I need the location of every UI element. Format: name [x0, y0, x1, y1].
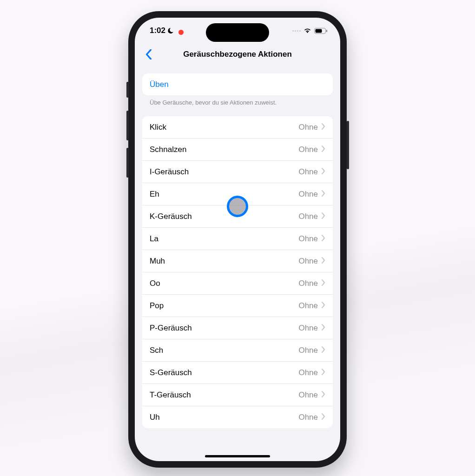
- phone-frame: 1:02: [128, 11, 347, 468]
- sound-name: T-Geräusch: [150, 390, 191, 400]
- sound-row[interactable]: P-GeräuschOhne: [142, 317, 333, 339]
- sound-row[interactable]: K-GeräuschOhne: [142, 205, 333, 227]
- chevron-right-icon: [322, 190, 325, 199]
- sound-row[interactable]: SchnalzenOhne: [142, 138, 333, 160]
- sound-name: Schnalzen: [150, 145, 186, 154]
- battery-icon: [314, 28, 327, 34]
- nav-bar: Geräuschbezogene Aktionen: [135, 44, 340, 65]
- sound-row[interactable]: EhOhne: [142, 183, 333, 205]
- chevron-right-icon: [322, 257, 325, 266]
- sound-value: Ohne: [298, 145, 318, 154]
- sound-row[interactable]: I-GeräuschOhne: [142, 160, 333, 183]
- sound-value: Ohne: [298, 301, 318, 311]
- chevron-right-icon: [322, 413, 325, 422]
- cellular-icon: [292, 30, 301, 32]
- dynamic-island: [206, 23, 269, 42]
- sound-name: La: [150, 234, 158, 244]
- sound-name: Pop: [150, 301, 164, 311]
- page-title: Geräuschbezogene Aktionen: [183, 50, 292, 59]
- back-button[interactable]: [139, 44, 158, 65]
- chevron-right-icon: [322, 301, 325, 311]
- sound-row[interactable]: PopOhne: [142, 294, 333, 317]
- sound-value: Ohne: [298, 279, 318, 288]
- sound-value: Ohne: [298, 257, 318, 266]
- chevron-right-icon: [322, 145, 325, 154]
- sound-row[interactable]: MuhOhne: [142, 250, 333, 272]
- practice-card: Üben: [142, 73, 333, 95]
- sound-name: Klick: [150, 123, 166, 132]
- sound-row[interactable]: UhOhne: [142, 406, 333, 428]
- sound-value: Ohne: [298, 167, 318, 177]
- sound-row[interactable]: KlickOhne: [142, 116, 333, 138]
- home-indicator[interactable]: [205, 455, 270, 457]
- sound-value: Ohne: [298, 234, 318, 244]
- sound-name: Eh: [150, 190, 159, 199]
- sound-row[interactable]: SchOhne: [142, 339, 333, 361]
- sound-name: I-Geräusch: [150, 167, 189, 177]
- wifi-icon: [303, 28, 311, 33]
- chevron-right-icon: [322, 123, 325, 132]
- practice-button[interactable]: Üben: [142, 73, 333, 95]
- sound-value: Ohne: [298, 190, 318, 199]
- sound-name: P-Geräusch: [150, 324, 192, 333]
- sound-name: Oo: [150, 279, 160, 288]
- chevron-right-icon: [322, 390, 325, 400]
- sound-name: Uh: [150, 413, 160, 422]
- sound-row[interactable]: LaOhne: [142, 227, 333, 250]
- sound-name: S-Geräusch: [150, 368, 192, 377]
- sound-value: Ohne: [298, 324, 318, 333]
- sound-row[interactable]: T-GeräuschOhne: [142, 383, 333, 406]
- chevron-right-icon: [322, 346, 325, 355]
- sound-row[interactable]: S-GeräuschOhne: [142, 361, 333, 383]
- sound-value: Ohne: [298, 212, 318, 221]
- sound-name: Muh: [150, 257, 165, 266]
- status-time: 1:02: [150, 26, 165, 35]
- chevron-right-icon: [322, 368, 325, 377]
- phone-volume-down: [126, 148, 129, 178]
- chevron-right-icon: [322, 212, 325, 221]
- chevron-right-icon: [322, 324, 325, 333]
- sound-value: Ohne: [298, 123, 318, 132]
- phone-screen: 1:02: [135, 18, 340, 461]
- sound-name: K-Geräusch: [150, 212, 192, 221]
- sounds-list: KlickOhneSchnalzenOhneI-GeräuschOhneEhOh…: [142, 116, 333, 428]
- sound-value: Ohne: [298, 368, 318, 377]
- svg-rect-1: [316, 29, 322, 33]
- practice-label: Üben: [150, 80, 169, 89]
- sound-value: Ohne: [298, 346, 318, 355]
- chevron-right-icon: [322, 167, 325, 177]
- chevron-right-icon: [322, 234, 325, 244]
- phone-side-button: [347, 121, 349, 169]
- phone-volume-up: [126, 111, 129, 140]
- sound-value: Ohne: [298, 390, 318, 400]
- practice-hint: Übe Geräusche, bevor du sie Aktionen zuw…: [142, 95, 333, 106]
- sound-row[interactable]: OoOhne: [142, 272, 333, 294]
- sound-name: Sch: [150, 346, 163, 355]
- sound-value: Ohne: [298, 413, 318, 422]
- do-not-disturb-icon: [167, 27, 174, 34]
- recording-indicator-icon: [178, 30, 184, 35]
- chevron-right-icon: [322, 279, 325, 288]
- phone-mute-switch: [126, 82, 129, 98]
- svg-rect-2: [326, 30, 327, 32]
